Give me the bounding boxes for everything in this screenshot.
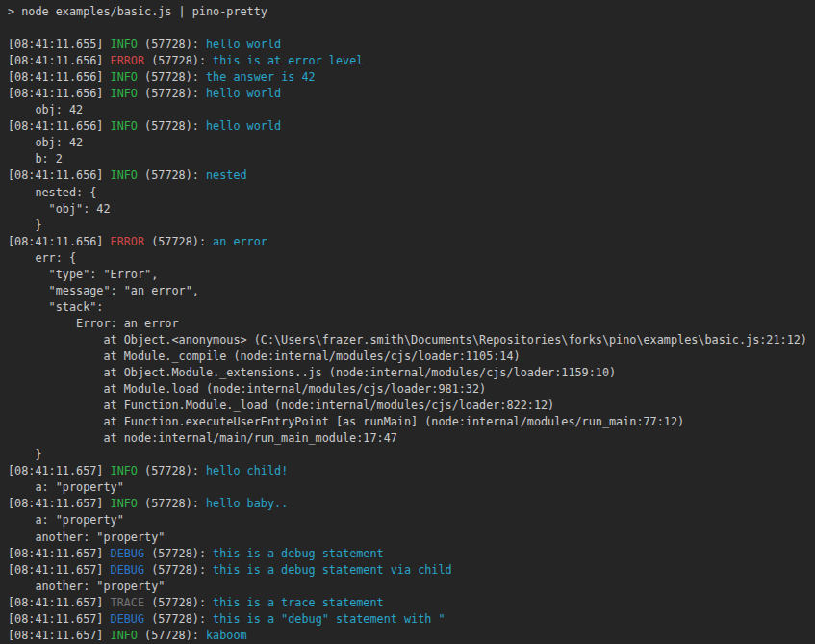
log-text: (57728):: [144, 235, 213, 248]
log-text: [08:41:11.656]: [8, 54, 111, 67]
log-text: "type": "Error",: [8, 268, 158, 281]
log-line: at Function.executeUserEntryPoint [as ru…: [8, 414, 815, 430]
log-message: hello child!: [206, 464, 288, 477]
log-text: [08:41:11.657]: [8, 629, 111, 642]
log-line: [08:41:11.657] DEBUG (57728): this is a …: [8, 611, 815, 628]
terminal-window[interactable]: > node examples/basic.js | pino-pretty […: [0, 0, 815, 644]
log-text: "obj": 42: [8, 202, 111, 216]
log-level-info: INFO: [111, 87, 138, 100]
log-text: [08:41:11.656]: [8, 168, 111, 182]
log-text: at Function.Module._load (node:internal/…: [8, 399, 554, 412]
log-level-info: INFO: [111, 497, 138, 510]
log-text: Error: an error: [8, 317, 179, 330]
log-text: (57728):: [138, 168, 206, 182]
log-text: (57728):: [138, 38, 206, 51]
log-message: the answer is 42: [206, 70, 316, 84]
log-line: err: {: [8, 250, 815, 267]
log-text: nested: {: [8, 186, 96, 199]
log-level-trace: TRACE: [111, 596, 145, 609]
log-text: > node examples/basic.js | pino-pretty: [8, 5, 267, 18]
log-text: (57728):: [138, 119, 206, 133]
log-line: [08:41:11.656] INFO (57728): the answer …: [8, 69, 815, 86]
log-text: another: "property": [8, 530, 165, 544]
log-level-info: INFO: [111, 464, 138, 477]
log-line: another: "property": [8, 579, 815, 595]
log-text: (57728):: [144, 596, 213, 609]
log-text: [08:41:11.657]: [8, 497, 111, 510]
log-text: at Object.Module._extensions..js (node:i…: [8, 366, 616, 379]
log-level-debug: DEBUG: [111, 547, 145, 560]
log-text: [08:41:11.656]: [8, 235, 111, 248]
log-line: [08:41:11.657] TRACE (57728): this is a …: [8, 595, 815, 611]
log-line: at Function.Module._load (node:internal/…: [8, 398, 815, 414]
log-text: (57728):: [144, 612, 213, 626]
log-line: [08:41:11.657] INFO (57728): hello child…: [8, 463, 815, 479]
log-line: [08:41:11.656] ERROR (57728): an error: [8, 234, 815, 250]
log-level-info: INFO: [111, 70, 138, 84]
command-line: > node examples/basic.js | pino-pretty: [8, 4, 815, 20]
log-line: "type": "Error",: [8, 267, 815, 283]
log-message: hello world: [206, 87, 281, 100]
log-text: obj: 42: [8, 103, 83, 116]
log-line: [08:41:11.657] DEBUG (57728): this is a …: [8, 546, 815, 562]
log-message: this is a trace statement: [213, 596, 384, 609]
log-message: this is a debug statement: [213, 547, 384, 560]
log-text: (57728):: [138, 70, 206, 84]
log-line: [08:41:11.657] INFO (57728): hello baby.…: [8, 496, 815, 512]
log-line: [08:41:11.656] INFO (57728): nested: [8, 167, 815, 184]
log-text: (57728):: [138, 87, 206, 100]
log-text: [08:41:11.657]: [8, 563, 111, 577]
log-text: (57728):: [144, 563, 213, 577]
log-text: [08:41:11.657]: [8, 596, 111, 609]
log-level-info: INFO: [111, 119, 138, 133]
log-text: "stack":: [8, 300, 103, 314]
log-message: kaboom: [206, 629, 247, 642]
log-line: [08:41:11.656] INFO (57728): hello world: [8, 86, 815, 102]
log-text: }: [8, 448, 42, 461]
log-text: [08:41:11.656]: [8, 119, 111, 133]
log-line: obj: 42: [8, 135, 815, 151]
log-line: [08:41:11.655] INFO (57728): hello world: [8, 37, 815, 53]
log-text: at Function.executeUserEntryPoint [as ru…: [8, 415, 684, 428]
log-level-info: INFO: [111, 38, 138, 51]
log-text: b: 2: [8, 152, 63, 166]
log-line: }: [8, 218, 815, 234]
log-message: hello baby..: [206, 497, 288, 510]
log-level-debug: DEBUG: [111, 563, 145, 577]
log-message: hello world: [206, 119, 281, 133]
log-message: this is at error level: [213, 54, 363, 67]
log-text: [08:41:11.655]: [8, 38, 111, 51]
log-line: [08:41:11.656] INFO (57728): hello world: [8, 118, 815, 135]
log-text: }: [8, 219, 42, 232]
log-text: at Module.load (node:internal/modules/cj…: [8, 382, 486, 396]
log-text: a: "property": [8, 513, 124, 527]
log-line: at Module._compile (node:internal/module…: [8, 348, 815, 365]
log-message: this is a debug statement via child: [213, 563, 452, 577]
log-text: [08:41:11.657]: [8, 547, 111, 560]
log-text: a: "property": [8, 480, 124, 494]
log-level-info: INFO: [111, 629, 138, 642]
log-line: at node:internal/main/run_main_module:17…: [8, 430, 815, 447]
log-line: obj: 42: [8, 102, 815, 118]
log-line: at Module.load (node:internal/modules/cj…: [8, 381, 815, 398]
log-line: }: [8, 447, 815, 463]
log-text: err: {: [8, 251, 76, 265]
terminal-output: > node examples/basic.js | pino-pretty […: [8, 4, 815, 644]
log-text: [08:41:11.656]: [8, 70, 111, 84]
log-line: "obj": 42: [8, 201, 815, 218]
log-text: (57728):: [138, 497, 206, 510]
log-line: at Object.Module._extensions..js (node:i…: [8, 365, 815, 381]
log-message: an error: [213, 235, 267, 248]
log-line: b: 2: [8, 151, 815, 167]
log-text: (57728):: [144, 54, 213, 67]
log-text: obj: 42: [8, 136, 83, 149]
log-text: [08:41:11.656]: [8, 87, 111, 100]
log-text: "message": "an error",: [8, 284, 199, 297]
log-text: at Module._compile (node:internal/module…: [8, 349, 521, 363]
log-line: a: "property": [8, 512, 815, 528]
log-line: "stack":: [8, 299, 815, 316]
log-text: (57728):: [138, 629, 206, 642]
log-message: this is a "debug" statement with ": [213, 612, 445, 626]
log-message: hello world: [206, 38, 281, 51]
log-level-debug: DEBUG: [111, 612, 145, 626]
